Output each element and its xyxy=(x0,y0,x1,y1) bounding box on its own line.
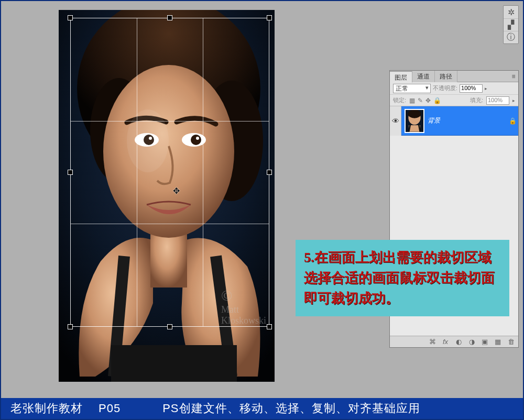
layer-thumbnail[interactable] xyxy=(405,109,424,133)
tab-channels[interactable]: 通道 xyxy=(412,71,435,82)
gear-icon[interactable]: ✲ xyxy=(504,6,518,18)
opacity-flyout-icon[interactable]: ▸ xyxy=(485,86,487,91)
panel-row-blend: 正常 不透明度: 100% ▸ xyxy=(390,82,518,95)
opacity-value[interactable]: 100% xyxy=(460,84,483,93)
watermark: © Matt Kloskowski xyxy=(221,288,275,326)
new-layer-icon[interactable]: ▦ xyxy=(494,338,502,346)
info-icon[interactable]: ⓘ xyxy=(504,31,518,43)
panel-tabbar: 图层 通道 路径 ≡ xyxy=(390,71,518,82)
fill-flyout-icon[interactable]: ▸ xyxy=(512,98,515,103)
mini-palette: ✲ ▞ ⓘ xyxy=(503,5,519,44)
svg-point-16 xyxy=(408,110,421,118)
svg-point-11 xyxy=(196,137,199,140)
mask-icon[interactable]: ◐ xyxy=(454,338,463,346)
blend-mode-select[interactable]: 正常 xyxy=(393,84,431,93)
svg-point-13 xyxy=(127,109,169,172)
histogram-icon[interactable]: ▞ xyxy=(504,18,518,31)
fill-value[interactable]: 100% xyxy=(486,96,509,105)
watermark-name: Matt Kloskowski xyxy=(221,304,266,326)
copyright-symbol: © xyxy=(221,288,232,304)
visibility-toggle-icon[interactable]: 👁 xyxy=(390,106,401,136)
lesson-title: PS创建文件、移动、选择、复制、对齐基础应用 xyxy=(162,401,420,416)
instruction-callout: 5.在画面上划出需要的裁切区域选择合适的画面鼠标双击裁切面即可裁切成功。 xyxy=(296,240,509,316)
lock-position-icon[interactable]: ✥ xyxy=(425,97,431,104)
tab-paths[interactable]: 路径 xyxy=(435,71,457,82)
document-canvas[interactable]: © Matt Kloskowski xyxy=(59,10,275,382)
lock-pixels-icon[interactable]: ✎ xyxy=(418,97,423,104)
opacity-label: 不透明度: xyxy=(433,84,457,92)
panel-row-lock: 锁定: ▦ ✎ ✥ 🔒 填充: 100% ▸ xyxy=(390,95,518,106)
layer-lock-icon: 🔒 xyxy=(507,117,518,125)
svg-rect-12 xyxy=(111,345,237,382)
workspace: © Matt Kloskowski ✥ ✲ ▞ ⓘ 图层 通道 路径 ≡ 正常 … xyxy=(2,2,522,398)
lock-label: 锁定: xyxy=(393,96,406,104)
instruction-text: 5.在画面上划出需要的裁切区域选择合适的画面鼠标双击裁切面即可裁切成功。 xyxy=(304,247,501,308)
author-label: 老张制作教材 xyxy=(10,401,83,416)
fill-label: 填充: xyxy=(470,96,483,104)
folder-icon[interactable]: ▣ xyxy=(481,338,489,346)
lock-transparency-icon[interactable]: ▦ xyxy=(409,97,415,104)
adjustment-icon[interactable]: ◑ xyxy=(467,338,476,346)
panel-footer: ⌘ fx ◐ ◑ ▣ ▦ 🗑 xyxy=(390,336,518,347)
tab-layers[interactable]: 图层 xyxy=(390,71,412,83)
fx-icon[interactable]: fx xyxy=(441,338,450,346)
page-number: P05 xyxy=(99,402,121,415)
lock-all-icon[interactable]: 🔒 xyxy=(433,97,441,104)
bottom-bar: 老张制作教材 P05 PS创建文件、移动、选择、复制、对齐基础应用 xyxy=(1,398,523,419)
svg-point-9 xyxy=(191,135,201,145)
panel-menu-icon[interactable]: ≡ xyxy=(509,73,518,80)
layer-row[interactable]: 👁 背景 🔒 xyxy=(390,106,518,136)
link-layers-icon[interactable]: ⌘ xyxy=(428,338,436,346)
trash-icon[interactable]: 🗑 xyxy=(507,338,515,346)
layer-name[interactable]: 背景 xyxy=(428,116,507,125)
